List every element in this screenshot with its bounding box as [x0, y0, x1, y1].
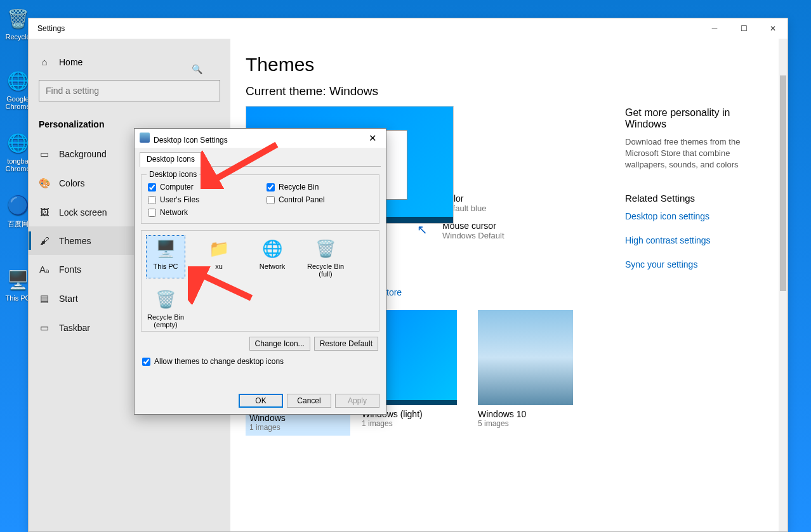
current-theme-label: Current theme: Windows — [246, 84, 788, 98]
settings-titlebar: Settings ─ ☐ ✕ — [29, 18, 788, 39]
icon-label: Recycle Bin (empty) — [147, 313, 185, 328]
close-button[interactable]: ✕ — [758, 18, 788, 39]
theme-count: 5 images — [478, 419, 583, 428]
checkbox-user-s-files[interactable]: User's Files — [148, 195, 254, 204]
checkbox-input[interactable] — [148, 196, 156, 204]
nav-label: Lock screen — [59, 207, 107, 217]
icon-glyph: 🌐 — [260, 236, 285, 261]
group-legend: Desktop icons — [147, 170, 199, 179]
store-link[interactable]: tore — [386, 287, 788, 297]
dialog-close-button[interactable]: ✕ — [359, 129, 386, 148]
icon-glyph: 🖥️ — [153, 236, 178, 261]
dialog-icon — [140, 133, 150, 143]
link-sync[interactable]: Sync your settings — [625, 259, 765, 269]
icon-option[interactable]: 🗑️Recycle Bin (empty) — [147, 287, 185, 328]
nav-icon: 🎨 — [39, 178, 50, 189]
arrow-annotation-2 — [188, 266, 258, 304]
settings-title: Settings — [37, 24, 65, 33]
cursor-value: Windows Default — [442, 231, 504, 240]
allow-themes-checkbox[interactable] — [142, 358, 150, 366]
link-desktop-icons[interactable]: Desktop icon settings — [625, 211, 765, 221]
change-icon-button[interactable]: Change Icon... — [249, 337, 310, 351]
home-label: Home — [59, 57, 82, 67]
apply-button[interactable]: Apply — [335, 394, 379, 408]
checkbox-input[interactable] — [267, 196, 275, 204]
related-heading: Related Settings — [625, 193, 765, 204]
desktop-icon-glyph: 🌐 — [4, 129, 31, 156]
checkbox-label: User's Files — [160, 195, 199, 204]
icon-option[interactable]: 🖥️This PC — [147, 236, 185, 278]
personality-body: Download free themes from the Microsoft … — [625, 136, 765, 171]
checkbox-control-panel[interactable]: Control Panel — [267, 195, 373, 204]
nav-label: Fonts — [59, 264, 81, 275]
cancel-button[interactable]: Cancel — [287, 394, 331, 408]
nav-icon: 🖌 — [39, 235, 50, 246]
maximize-button[interactable]: ☐ — [729, 18, 758, 39]
desktop-icon-glyph: 🖥️ — [4, 266, 31, 293]
icon-picker: 🖥️This PC📁xu🌐Network🗑️Recycle Bin (full)… — [141, 230, 379, 332]
link-high-contrast[interactable]: High contrast settings — [625, 235, 765, 245]
scrollthumb[interactable] — [780, 75, 786, 291]
desktop-icon-glyph: 🗑️ — [4, 5, 31, 32]
icon-label: Recycle Bin (full) — [307, 263, 345, 278]
right-pane: Get more personality in Windows Download… — [625, 107, 765, 283]
arrow-annotation-1 — [201, 138, 283, 189]
checkbox-network[interactable]: Network — [148, 208, 254, 217]
nav-icon: ▭ — [39, 148, 50, 160]
icon-label: Network — [253, 263, 291, 270]
svg-line-1 — [194, 271, 251, 298]
minimize-button[interactable]: ─ — [700, 18, 729, 39]
scrollbar[interactable] — [779, 39, 788, 531]
icon-glyph: 🗑️ — [313, 236, 338, 261]
theme-name: Windows 10 — [478, 409, 583, 419]
search-icon: 🔍 — [192, 64, 202, 74]
page-heading: Themes — [246, 54, 788, 75]
nav-label: Colors — [59, 178, 84, 188]
icon-option[interactable]: 🗑️Recycle Bin (full) — [307, 236, 345, 278]
checkbox-label: Computer — [160, 183, 194, 191]
icon-glyph: 🗑️ — [153, 287, 178, 312]
icon-label: This PC — [147, 263, 185, 270]
home-icon: ⌂ — [39, 56, 50, 67]
desktop-icon-glyph: 🔵 — [4, 191, 31, 218]
nav-icon: ▭ — [39, 322, 50, 334]
checkbox-label: Network — [160, 208, 188, 217]
svg-line-0 — [207, 145, 277, 184]
theme-card[interactable]: Windows 105 images — [478, 310, 583, 436]
theme-count: 1 images — [362, 419, 466, 428]
nav-icon: Aₐ — [39, 264, 50, 275]
theme-count: 1 images — [249, 423, 346, 432]
nav-label: Start — [59, 294, 78, 304]
search-input[interactable] — [39, 80, 220, 101]
nav-label: Taskbar — [59, 323, 90, 333]
tab-desktop-icons[interactable]: Desktop Icons — [140, 152, 202, 167]
checkbox-input[interactable] — [148, 183, 156, 191]
icon-option[interactable]: 🌐Network — [253, 236, 291, 278]
nav-label: Background — [59, 149, 107, 159]
desktop-icon-glyph: 🌐 — [4, 67, 31, 94]
checkbox-label: Control Panel — [279, 195, 325, 204]
nav-label: Themes — [59, 236, 91, 246]
icon-glyph: 📁 — [206, 236, 232, 261]
checkbox-label: Recycle Bin — [279, 183, 319, 191]
nav-icon: ▤ — [39, 293, 50, 304]
nav-icon: 🖼 — [39, 207, 50, 217]
personality-heading: Get more personality in Windows — [625, 107, 765, 130]
checkbox-input[interactable] — [148, 209, 156, 217]
allow-themes-label: Allow themes to change desktop icons — [154, 357, 284, 366]
window-controls: ─ ☐ ✕ — [700, 18, 788, 39]
ok-button[interactable]: OK — [239, 394, 283, 408]
restore-default-button[interactable]: Restore Default — [314, 337, 378, 351]
